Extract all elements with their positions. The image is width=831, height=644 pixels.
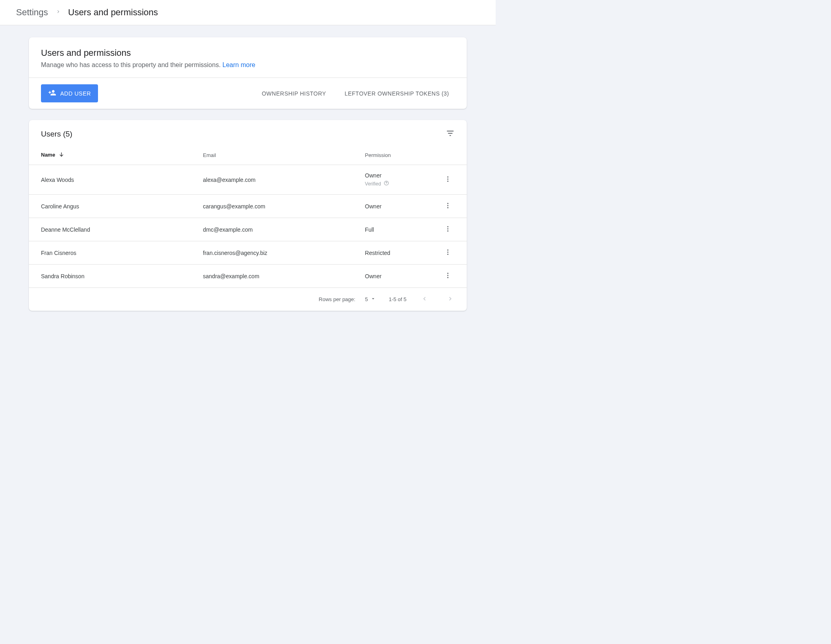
cell-name: Sandra Robinson [29, 265, 191, 288]
dropdown-arrow-icon [370, 296, 376, 303]
leftover-tokens-button[interactable]: LEFTOVER OWNERSHIP TOKENS (3) [339, 86, 455, 101]
svg-point-9 [447, 228, 449, 230]
users-table-title: Users (5) [41, 130, 72, 139]
paginator: Rows per page: 5 1-5 of 5 [29, 288, 467, 311]
svg-point-16 [447, 277, 449, 278]
cell-email: sandra@example.com [191, 265, 353, 288]
cell-email: alexa@example.com [191, 165, 353, 195]
table-row: Caroline Angus carangus@example.com Owne… [29, 195, 467, 218]
svg-point-11 [447, 249, 449, 251]
cell-permission: Owner [353, 195, 432, 218]
users-table-card: Users (5) Name Email Permission [29, 120, 467, 311]
previous-page-button[interactable] [419, 293, 430, 305]
cell-permission: Owner [353, 265, 432, 288]
column-header-permission[interactable]: Permission [353, 144, 432, 165]
rows-per-page-label: Rows per page: [319, 296, 355, 302]
pagination-range: 1-5 of 5 [389, 296, 406, 302]
more-vert-icon[interactable] [444, 249, 451, 257]
cell-name: Caroline Angus [29, 195, 191, 218]
table-row: Sandra Robinson sandra@example.com Owner [29, 265, 467, 288]
chevron-right-icon [55, 9, 61, 16]
filter-icon[interactable] [446, 129, 455, 139]
panel-title: Users and permissions [41, 48, 455, 58]
cell-name: Deanne McClelland [29, 218, 191, 241]
svg-point-5 [447, 203, 449, 204]
more-vert-icon[interactable] [444, 225, 451, 234]
svg-point-8 [447, 226, 449, 227]
help-circle-icon[interactable] [384, 180, 389, 187]
cell-permission: Full [353, 218, 432, 241]
panel-subtitle: Manage who has access to this property a… [41, 61, 455, 69]
cell-name: Alexa Woods [29, 165, 191, 195]
add-user-button[interactable]: ADD USER [41, 84, 98, 102]
svg-point-2 [447, 176, 449, 177]
permissions-panel: Users and permissions Manage who has acc… [29, 37, 467, 109]
person-add-icon [48, 89, 56, 98]
table-row: Alexa Woods alexa@example.com Owner Veri… [29, 165, 467, 195]
table-row: Fran Cisneros fran.cisneros@agency.biz R… [29, 241, 467, 265]
more-vert-icon[interactable] [444, 272, 451, 280]
cell-permission: Restricted [353, 241, 432, 265]
next-page-button[interactable] [445, 293, 455, 305]
cell-name: Fran Cisneros [29, 241, 191, 265]
table-row: Deanne McClelland dmc@example.com Full [29, 218, 467, 241]
breadcrumb-current: Users and permissions [68, 7, 158, 18]
svg-point-15 [447, 275, 449, 276]
panel-toolbar: ADD USER OWNERSHIP HISTORY LEFTOVER OWNE… [29, 77, 467, 109]
column-header-email[interactable]: Email [191, 144, 353, 165]
more-vert-icon[interactable] [444, 175, 451, 184]
learn-more-link[interactable]: Learn more [223, 61, 255, 68]
cell-email: fran.cisneros@agency.biz [191, 241, 353, 265]
svg-point-1 [386, 184, 386, 184]
svg-point-7 [447, 207, 449, 208]
svg-point-13 [447, 254, 449, 255]
svg-point-4 [447, 181, 449, 182]
svg-point-12 [447, 252, 449, 253]
users-table: Name Email Permission Alexa Woods alexa@… [29, 144, 467, 288]
more-vert-icon[interactable] [444, 202, 451, 210]
cell-permission: Owner Verified [353, 165, 432, 195]
cell-email: dmc@example.com [191, 218, 353, 241]
breadcrumb-bar: Settings Users and permissions [0, 0, 496, 25]
svg-point-6 [447, 205, 449, 206]
cell-email: carangus@example.com [191, 195, 353, 218]
rows-per-page-select[interactable]: 5 [365, 296, 376, 303]
arrow-down-icon [58, 151, 65, 159]
svg-point-10 [447, 230, 449, 232]
svg-point-3 [447, 179, 449, 180]
breadcrumb-parent[interactable]: Settings [16, 7, 48, 18]
svg-point-14 [447, 273, 449, 274]
ownership-history-button[interactable]: OWNERSHIP HISTORY [256, 86, 332, 101]
verified-badge: Verified [365, 180, 420, 187]
column-header-name[interactable]: Name [29, 144, 191, 165]
